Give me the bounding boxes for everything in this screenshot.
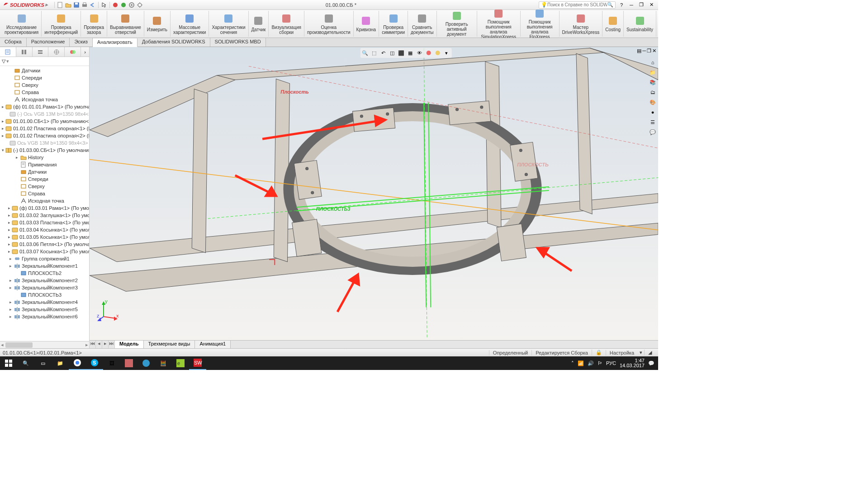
calculator-taskbar-icon[interactable]: 🧮 [155, 356, 172, 370]
tree-node[interactable]: Примечания [0, 161, 89, 168]
expand-icon[interactable]: ▸ [2, 133, 4, 138]
tree-node[interactable]: ▸ЗеркальныйКомпонент1 [0, 262, 89, 270]
expand-icon[interactable]: ▸ [8, 227, 10, 232]
ribbon-cmd-13[interactable]: Проверитьактивный документ [437, 11, 477, 37]
display-style-icon[interactable]: ▦ [406, 49, 414, 57]
solidworks-taskbar-icon[interactable]: SW [189, 356, 206, 370]
previous-view-icon[interactable]: ↶ [379, 49, 387, 57]
view-palette-icon[interactable]: 🎨 [648, 98, 657, 107]
ribbon-cmd-4[interactable]: Измерить [144, 11, 171, 37]
expand-icon[interactable]: ▸ [8, 242, 10, 246]
tab-расположение[interactable]: Расположение [27, 38, 70, 47]
ribbon-cmd-10[interactable]: Кривизна [354, 11, 379, 37]
help-search[interactable]: 💡 🔍 [539, 1, 616, 9]
custom-props-icon[interactable]: ☰ [648, 118, 657, 127]
ribbon-cmd-15[interactable]: Помощниквыполненияанализа FloXpress [521, 11, 560, 37]
tree-node[interactable]: ▸01.01.00.СБ<1> (По умолчанию<По [0, 118, 89, 125]
ribbon-cmd-2[interactable]: Проверказазора [81, 11, 107, 37]
property-manager-tab[interactable] [16, 47, 33, 57]
tab-анализировать[interactable]: Анализировать [93, 38, 138, 47]
select-button[interactable] [100, 1, 108, 9]
expand-icon[interactable]: ▸ [8, 235, 10, 239]
skype-taskbar-icon[interactable]: S [86, 356, 103, 370]
vp-minimize-icon[interactable]: ─ [642, 48, 646, 54]
sidebar-collapse-button[interactable]: › [81, 47, 89, 57]
ribbon-cmd-7[interactable]: Датчик [249, 11, 269, 37]
tree-node[interactable]: ▸01.03.04 Косынка<1> (По умолч [0, 226, 89, 233]
tree-node[interactable]: ▸01.01.02 Пластина опорная<2> (По у [0, 132, 89, 139]
tray-clock[interactable]: 1:47 14.03.2017 [620, 358, 645, 368]
file-explorer-icon[interactable]: 🗂 [648, 88, 657, 97]
tree-scrollbar[interactable]: ◂ ▸ [0, 341, 89, 348]
save-button[interactable] [73, 1, 80, 9]
tree-node[interactable]: ▸ЗеркальныйКомпонент6 [0, 313, 89, 320]
tree-node[interactable]: ▸(ф) 01.01.01.Рама<1> (По умолчани [0, 103, 89, 110]
expand-icon[interactable]: ▾ [2, 148, 4, 152]
tab-nav-next[interactable]: ▸ [102, 341, 109, 348]
expand-icon[interactable]: ▸ [8, 300, 13, 304]
tab-nav-prev[interactable]: ◂ [96, 341, 102, 348]
search-taskbar-icon[interactable]: 🔍 [17, 356, 34, 370]
tree-node[interactable]: ▸(ф) 01.03.01 Рама<1> (По умолч [0, 204, 89, 212]
appearances-icon[interactable]: ● [648, 108, 657, 117]
system-tray[interactable]: ˄ 📶 🔊 🏳 РУС 1:47 14.03.2017 💬 [568, 358, 658, 368]
tree-node[interactable]: Спереди [0, 175, 89, 183]
restore-button[interactable]: ❐ [637, 2, 645, 8]
tree-node[interactable]: ▸ЗеркальныйКомпонент2 [0, 277, 89, 284]
ribbon-cmd-3[interactable]: Выравниваниеотверстий [107, 11, 144, 37]
bottom-tab-0[interactable]: Модель [115, 341, 144, 348]
tree-node[interactable]: Сверху [0, 81, 89, 89]
3d-viewport[interactable]: Плоскость ПЛОСКОСТЬ3 ПЛОСКОСТЬ [90, 47, 658, 340]
rebuild-button[interactable] [112, 1, 119, 9]
zoom-fit-icon[interactable]: 🔍 [361, 49, 369, 57]
ribbon-cmd-0[interactable]: Исследованиепроектирования [2, 11, 42, 37]
forum-icon[interactable]: 💬 [648, 128, 657, 137]
print-button[interactable] [81, 1, 88, 9]
tree-node[interactable]: ПЛОСКОСТЬ3 [0, 291, 89, 298]
tree-node[interactable]: ▸01.03.07 Косынка<1> (По умолч [0, 248, 89, 255]
orientation-triad[interactable]: y x z [97, 299, 119, 323]
tree-node[interactable]: ▸Группа сопряжений1 [0, 255, 89, 262]
expand-icon[interactable]: ▸ [8, 213, 10, 218]
display-manager-tab[interactable] [65, 47, 81, 57]
zoom-area-icon[interactable]: ⬚ [370, 49, 378, 57]
start-button[interactable] [0, 356, 17, 370]
settings-button[interactable] [136, 1, 143, 9]
tray-chevron-icon[interactable]: ˄ [571, 360, 574, 366]
expand-icon[interactable]: ▸ [2, 104, 4, 109]
expand-icon[interactable]: ▸ [8, 285, 13, 290]
tab-эскиз[interactable]: Эскиз [70, 38, 92, 47]
ribbon-cmd-6[interactable]: Характеристикисечения [209, 11, 248, 37]
undo-button[interactable] [89, 1, 96, 9]
open-file-button[interactable] [65, 1, 72, 9]
ribbon-cmd-17[interactable]: Costing [602, 11, 624, 37]
tree-node[interactable]: ▸History [0, 154, 89, 161]
feature-tree[interactable]: ДатчикиСпередиСверхуСправаИсходная точка… [0, 66, 89, 341]
help-button[interactable]: ? [617, 2, 626, 8]
status-setting[interactable]: Настройка [606, 350, 638, 355]
logo-dropdown-icon[interactable]: ▸ [45, 2, 48, 8]
app-taskbar-icon-1[interactable]: 🖼 [103, 356, 120, 370]
tree-node[interactable]: ▸01.01.02 Пластина опорная<1> (По у [0, 125, 89, 132]
ribbon-cmd-9[interactable]: Оценкапроизводительности [304, 11, 354, 37]
tab-добавления solidworks[interactable]: Добавления SOLIDWORKS [138, 38, 210, 47]
expand-icon[interactable]: ▸ [8, 249, 10, 254]
tab-nav-first[interactable]: ⏮ [90, 341, 96, 348]
tray-network-icon[interactable]: 📶 [578, 360, 584, 366]
scrollbar-thumb[interactable] [5, 342, 33, 348]
tree-node[interactable]: ПЛОСКОСТЬ2 [0, 270, 89, 277]
expand-icon[interactable]: ▸ [14, 155, 19, 160]
vp-close-icon[interactable]: ✕ [652, 48, 656, 54]
expand-icon[interactable]: ▸ [8, 256, 13, 261]
dimxpert-tab[interactable] [48, 47, 65, 57]
tree-node[interactable]: Ось VGB 13M b=1350 98x4<3> (По у [0, 139, 89, 147]
edit-appearance-icon[interactable] [424, 49, 432, 57]
config-manager-tab[interactable] [33, 47, 49, 57]
tree-node[interactable]: ▸01.03.05 Косынка<1> (По умолч [0, 233, 89, 241]
tree-node[interactable]: ▸ЗеркальныйКомпонент5 [0, 306, 89, 313]
tree-node[interactable]: (-) Ось VGB 13M b=1350 98x4<1> (П [0, 110, 89, 118]
tree-node[interactable]: Справа [0, 190, 89, 197]
minimize-button[interactable]: ─ [627, 2, 636, 8]
ribbon-cmd-5[interactable]: Массовыехарактеристики [171, 11, 209, 37]
ribbon-cmd-14[interactable]: Помощниквыполнения анализаSimulationXpre… [477, 11, 521, 37]
